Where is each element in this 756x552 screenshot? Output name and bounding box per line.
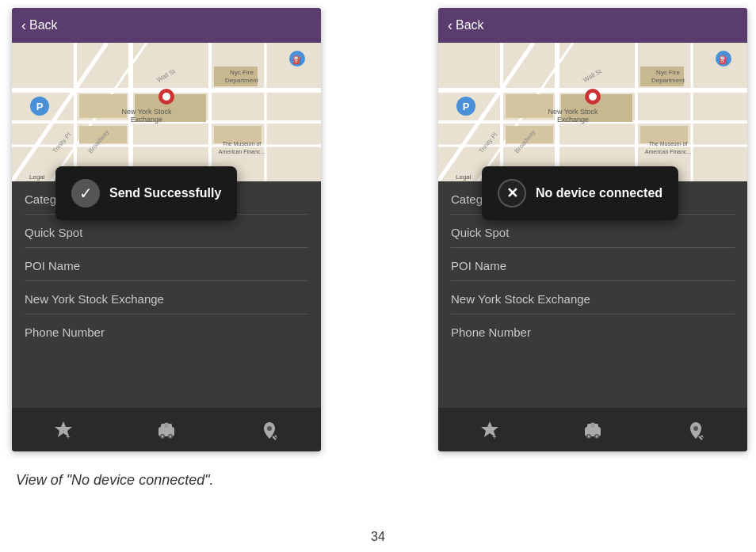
right-navigate-icon[interactable] <box>685 419 707 441</box>
right-poi-name-field: POI Name <box>451 248 735 281</box>
svg-point-42 <box>267 426 272 431</box>
left-quick-spot-label: Quick Spot <box>25 226 82 239</box>
right-phone-label: Phone Number <box>451 325 531 339</box>
left-poi-name-value-field: New York Stock Exchange <box>25 281 308 314</box>
right-car-icon[interactable] <box>582 419 604 441</box>
svg-point-85 <box>693 426 698 431</box>
left-poi-name-label: POI Name <box>25 259 80 272</box>
left-phone-label: Phone Number <box>25 325 105 339</box>
left-phone-panel: ‹ Back <box>12 8 321 451</box>
right-poi-name-label: POI Name <box>451 259 506 272</box>
right-header-bar: ‹ Back <box>438 8 747 43</box>
svg-text:Nyc Fire: Nyc Fire <box>656 69 680 76</box>
right-toast-message: No device connected <box>536 186 662 200</box>
page-container: ‹ Back <box>0 0 756 552</box>
left-back-label: Back <box>29 18 58 32</box>
left-poi-name-value: New York Stock Exchange <box>25 292 164 306</box>
svg-rect-53 <box>506 94 553 118</box>
page-number: 34 <box>371 530 385 544</box>
svg-text:⛽: ⛽ <box>719 55 729 65</box>
right-map-area: New York Stock Exchange Nyc Fire Departm… <box>438 43 747 181</box>
left-favorite-icon[interactable]: + <box>52 419 74 441</box>
left-poi-name-field: POI Name <box>25 248 308 281</box>
svg-text:American Financ...: American Financ... <box>219 149 265 154</box>
left-map-area: New York Stock Exchange Nyc Fire Departm… <box>12 43 321 181</box>
svg-point-79 <box>588 435 590 437</box>
svg-text:Nyc Fire: Nyc Fire <box>230 69 254 76</box>
left-car-icon[interactable] <box>155 419 178 441</box>
svg-text:The Museum of: The Museum of <box>649 141 688 147</box>
right-map-svg: New York Stock Exchange Nyc Fire Departm… <box>438 43 747 181</box>
right-favorite-icon[interactable]: + <box>479 419 501 441</box>
svg-text:P: P <box>36 101 44 112</box>
left-toast-message: Send Successfully <box>109 186 221 200</box>
svg-text:+: + <box>66 432 71 441</box>
right-bottom-bar: + <box>438 408 747 451</box>
svg-text:American Financ...: American Financ... <box>645 149 691 154</box>
right-poi-name-value: New York Stock Exchange <box>451 292 590 306</box>
svg-rect-10 <box>79 94 127 118</box>
svg-point-38 <box>170 435 172 437</box>
left-back-chevron-icon: ‹ <box>21 17 26 34</box>
left-navigate-icon[interactable] <box>258 419 281 441</box>
left-back-button[interactable]: ‹ Back <box>21 17 58 34</box>
left-toast-checkmark-icon: ✓ <box>79 184 93 203</box>
svg-text:Legal: Legal <box>456 173 472 181</box>
svg-text:+: + <box>492 432 497 441</box>
svg-text:Exchange: Exchange <box>131 116 162 124</box>
svg-text:P: P <box>463 101 470 112</box>
svg-text:Exchange: Exchange <box>557 116 589 124</box>
right-toast-x-icon: ✕ <box>506 185 518 202</box>
svg-point-28 <box>162 93 170 101</box>
svg-text:⛽: ⛽ <box>292 55 303 65</box>
svg-text:The Museum of: The Museum of <box>223 141 262 147</box>
right-phone-field: Phone Number <box>451 314 735 347</box>
right-quick-spot-label: Quick Spot <box>451 226 509 239</box>
left-phone-field: Phone Number <box>25 314 308 347</box>
right-back-button[interactable]: ‹ Back <box>448 17 484 34</box>
caption-text: View of "No device connected". <box>16 472 214 489</box>
right-toast-popup: ✕ No device connected <box>482 166 678 220</box>
svg-text:Department: Department <box>225 77 259 84</box>
left-header-bar: ‹ Back <box>12 8 321 43</box>
right-poi-name-value-field: New York Stock Exchange <box>451 281 735 314</box>
left-bottom-bar: + <box>12 408 321 451</box>
svg-text:Department: Department <box>651 77 685 84</box>
left-toast-success-icon: ✓ <box>71 179 100 207</box>
svg-text:Legal: Legal <box>29 173 45 181</box>
svg-text:New York Stock: New York Stock <box>548 108 598 116</box>
left-map-svg: New York Stock Exchange Nyc Fire Departm… <box>12 43 321 181</box>
left-toast-popup: ✓ Send Successfully <box>55 166 237 220</box>
svg-point-36 <box>162 435 164 437</box>
right-back-chevron-icon: ‹ <box>448 17 452 34</box>
right-toast-error-icon: ✕ <box>498 179 526 207</box>
svg-point-71 <box>589 93 597 101</box>
right-back-label: Back <box>456 18 484 32</box>
right-phone-panel: ‹ Back New York Sto <box>438 8 747 451</box>
svg-point-81 <box>596 435 598 437</box>
svg-text:New York Stock: New York Stock <box>121 108 172 116</box>
